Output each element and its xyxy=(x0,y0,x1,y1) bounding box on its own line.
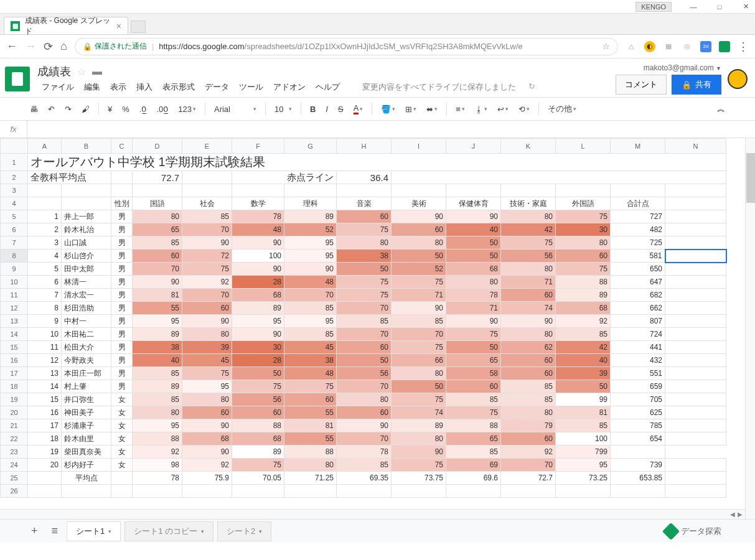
wrap-icon[interactable]: ↩▾ xyxy=(494,102,512,116)
score-cell[interactable]: 56 xyxy=(337,367,392,380)
bold-icon[interactable]: B xyxy=(306,102,319,116)
score-cell[interactable]: 80 xyxy=(501,406,556,419)
score-cell[interactable]: 85 xyxy=(446,446,501,459)
score-cell[interactable]: 75 xyxy=(392,276,446,289)
student-name[interactable]: 木田祐二 xyxy=(62,328,111,341)
col-header[interactable]: K xyxy=(501,139,556,154)
score-cell[interactable]: 90 xyxy=(392,302,446,315)
score-cell[interactable]: 60 xyxy=(501,289,556,302)
menu-edit[interactable]: 編集 xyxy=(80,80,105,94)
score-cell[interactable]: 55 xyxy=(284,406,337,419)
score-cell[interactable]: 98 xyxy=(133,459,182,472)
score-cell[interactable]: 75 xyxy=(392,459,446,472)
score-cell[interactable]: 38 xyxy=(337,250,392,263)
cell[interactable] xyxy=(665,367,726,380)
star-doc-icon[interactable]: ☆ xyxy=(77,66,86,78)
score-cell[interactable]: 89 xyxy=(133,328,182,341)
score-cell[interactable]: 70 xyxy=(392,328,446,341)
dec-increase-icon[interactable]: .00̲ xyxy=(152,102,172,116)
score-cell[interactable]: 40 xyxy=(133,354,182,367)
avatar[interactable] xyxy=(728,69,748,89)
student-name[interactable]: 今野政夫 xyxy=(62,354,111,367)
student-name[interactable]: 林清一 xyxy=(62,276,111,289)
score-cell[interactable]: 85 xyxy=(284,328,337,341)
score-cell[interactable]: 95 xyxy=(556,459,611,472)
score-cell[interactable]: 92 xyxy=(133,446,182,459)
student-name[interactable]: 杉浦康子 xyxy=(62,419,111,432)
italic-icon[interactable]: I xyxy=(322,102,332,116)
score-cell[interactable]: 70 xyxy=(182,289,232,302)
subject-header[interactable]: 音楽 xyxy=(337,197,392,210)
score-cell[interactable]: 85 xyxy=(337,315,392,328)
score-cell[interactable]: 75 xyxy=(392,341,446,354)
score-cell[interactable]: 56 xyxy=(501,250,556,263)
score-cell[interactable]: 88 xyxy=(556,276,611,289)
score-cell[interactable]: 50 xyxy=(446,250,501,263)
score-cell[interactable]: 80 xyxy=(501,263,556,276)
borders-icon[interactable]: ⊞▾ xyxy=(401,102,420,116)
menu-tools[interactable]: ツール xyxy=(235,80,268,94)
score-cell[interactable]: 70 xyxy=(337,380,392,393)
sheet-tab-3[interactable]: シート2▾ xyxy=(217,521,271,541)
average-cell[interactable]: 70.05 xyxy=(232,472,284,485)
score-cell[interactable]: 654 xyxy=(611,432,665,446)
score-cell[interactable]: 625 xyxy=(611,406,665,419)
score-cell[interactable]: 65 xyxy=(446,432,501,446)
score-cell[interactable]: 68 xyxy=(182,432,232,446)
score-cell[interactable]: 60 xyxy=(337,341,392,354)
ext-green-icon[interactable] xyxy=(719,41,730,52)
score-cell[interactable]: 662 xyxy=(611,302,665,315)
score-cell[interactable]: 95 xyxy=(284,236,337,250)
score-cell[interactable]: 81 xyxy=(556,406,611,419)
average-cell[interactable]: 73.75 xyxy=(392,472,446,485)
score-cell[interactable]: 85 xyxy=(556,328,611,341)
back-icon[interactable]: ← xyxy=(6,40,17,53)
score-cell[interactable]: 682 xyxy=(611,289,665,302)
score-cell[interactable]: 70 xyxy=(337,302,392,315)
score-cell[interactable]: 81 xyxy=(133,289,182,302)
student-name[interactable]: 本田庄一郎 xyxy=(62,367,111,380)
col-header[interactable]: C xyxy=(111,139,133,154)
score-cell[interactable]: 55 xyxy=(284,432,337,446)
score-cell[interactable]: 581 xyxy=(611,250,665,263)
score-cell[interactable]: 52 xyxy=(284,223,337,236)
score-cell[interactable]: 72 xyxy=(182,250,232,263)
menu-view[interactable]: 表示 xyxy=(106,80,131,94)
cell[interactable] xyxy=(665,276,726,289)
score-cell[interactable]: 74 xyxy=(392,406,446,419)
vertical-scrollbar[interactable] xyxy=(745,138,755,519)
score-cell[interactable]: 95 xyxy=(133,419,182,432)
maximize-button[interactable]: □ xyxy=(715,2,724,11)
score-cell[interactable]: 85 xyxy=(133,367,182,380)
forward-icon[interactable]: → xyxy=(25,40,36,53)
score-cell[interactable]: 50 xyxy=(446,236,501,250)
score-cell[interactable]: 52 xyxy=(392,263,446,276)
subject-header[interactable]: 理科 xyxy=(284,197,337,210)
score-cell[interactable]: 80 xyxy=(501,328,556,341)
score-cell[interactable]: 79 xyxy=(501,419,556,432)
score-cell[interactable]: 74 xyxy=(501,302,556,315)
score-cell[interactable]: 75 xyxy=(284,380,337,393)
score-cell[interactable]: 89 xyxy=(232,302,284,315)
student-name[interactable]: 清水宏一 xyxy=(62,289,111,302)
score-cell[interactable]: 89 xyxy=(556,289,611,302)
score-cell[interactable]: 75 xyxy=(337,276,392,289)
score-cell[interactable]: 60 xyxy=(182,406,232,419)
score-cell[interactable]: 75 xyxy=(501,236,556,250)
score-cell[interactable]: 95 xyxy=(182,380,232,393)
score-cell[interactable]: 40 xyxy=(556,354,611,367)
score-cell[interactable]: 100 xyxy=(556,432,611,446)
score-cell[interactable]: 80 xyxy=(392,367,446,380)
average-cell[interactable]: 75.9 xyxy=(182,472,232,485)
score-cell[interactable]: 441 xyxy=(611,341,665,354)
student-name[interactable]: 田中太郎 xyxy=(62,263,111,276)
percent-icon[interactable]: % xyxy=(118,102,133,116)
close-window-button[interactable]: ✕ xyxy=(741,2,750,11)
font-size-dropdown[interactable]: 10▾ xyxy=(271,102,296,116)
average-cell[interactable]: 78 xyxy=(133,472,182,485)
score-cell[interactable]: 88 xyxy=(232,419,284,432)
cell[interactable] xyxy=(665,210,726,223)
undo-icon[interactable]: ↶ xyxy=(44,102,59,116)
score-cell[interactable]: 50 xyxy=(337,354,392,367)
score-cell[interactable]: 60 xyxy=(337,210,392,223)
